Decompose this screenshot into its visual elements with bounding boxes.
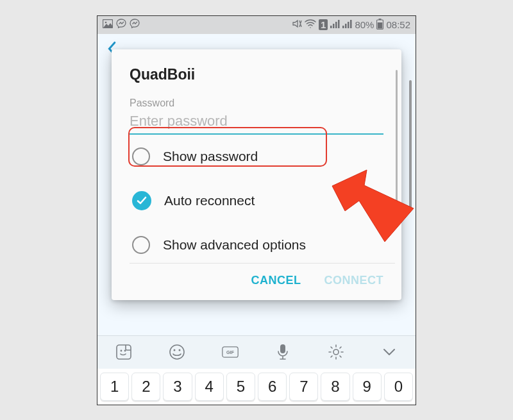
svg-rect-13: [117, 345, 131, 359]
svg-point-22: [333, 349, 339, 355]
wifi-password-dialog: QuadBoii Password Show password Auto rec…: [112, 49, 401, 300]
password-label: Password: [130, 97, 383, 109]
battery-percent: 80%: [355, 19, 374, 30]
cancel-button[interactable]: CANCEL: [251, 274, 301, 287]
svg-point-17: [173, 349, 175, 351]
svg-text:GIF: GIF: [226, 349, 235, 355]
auto-reconnect-toggle[interactable]: [132, 191, 151, 210]
dialog-scrollbar[interactable]: [396, 70, 398, 217]
svg-rect-8: [348, 22, 349, 28]
svg-rect-21: [280, 344, 285, 353]
dialog-title: QuadBoii: [130, 66, 383, 83]
sticker-icon[interactable]: [115, 344, 132, 360]
key-9[interactable]: 9: [353, 373, 382, 401]
messenger-icon-2: [130, 19, 140, 31]
signal-icon: [330, 19, 340, 30]
mute-icon: [292, 19, 302, 31]
svg-rect-12: [378, 22, 382, 29]
key-7[interactable]: 7: [289, 373, 318, 401]
status-bar: 1 80% 08:52: [97, 16, 416, 34]
connect-button[interactable]: CONNECT: [324, 274, 384, 287]
wifi-icon: [305, 19, 316, 30]
svg-rect-5: [338, 20, 340, 28]
key-6[interactable]: 6: [258, 373, 287, 401]
clock-text: 08:52: [386, 19, 410, 30]
phone-frame: 1 80% 08:52 QuadBoii Password: [97, 15, 416, 405]
auto-reconnect-row[interactable]: Auto reconnect: [130, 178, 383, 223]
sim-badge: 1: [319, 19, 328, 30]
show-password-toggle[interactable]: [132, 147, 150, 165]
svg-point-16: [170, 345, 184, 359]
advanced-options-label: Show advanced options: [163, 237, 306, 253]
auto-reconnect-label: Auto reconnect: [164, 193, 255, 208]
svg-point-14: [121, 350, 122, 352]
emoji-icon[interactable]: [169, 344, 185, 360]
show-password-label: Show password: [163, 149, 258, 164]
chevron-down-icon[interactable]: [381, 344, 398, 360]
key-5[interactable]: 5: [226, 373, 255, 401]
svg-point-18: [178, 349, 180, 351]
advanced-options-toggle[interactable]: [132, 236, 150, 254]
svg-rect-2: [330, 26, 332, 28]
svg-rect-9: [350, 20, 352, 28]
show-password-row[interactable]: Show password: [130, 135, 383, 178]
gif-icon[interactable]: GIF: [222, 344, 239, 360]
advanced-options-row[interactable]: Show advanced options: [130, 223, 383, 263]
svg-rect-3: [333, 24, 335, 28]
battery-icon: [376, 19, 383, 31]
keyboard-toolbar: GIF: [97, 335, 416, 369]
key-8[interactable]: 8: [321, 373, 349, 401]
svg-rect-7: [345, 24, 347, 28]
svg-point-15: [124, 350, 126, 352]
keyboard-number-row: 1 2 3 4 5 6 7 8 9 0: [97, 369, 416, 405]
gallery-icon: [103, 19, 113, 30]
signal-icon-2: [342, 19, 352, 30]
key-4[interactable]: 4: [195, 373, 224, 401]
gear-icon[interactable]: [328, 344, 344, 360]
key-3[interactable]: 3: [163, 373, 192, 401]
key-0[interactable]: 0: [384, 373, 413, 401]
svg-rect-6: [342, 26, 344, 28]
mic-icon[interactable]: [274, 344, 291, 360]
background-scrollbar[interactable]: [409, 80, 412, 208]
password-input[interactable]: [130, 112, 383, 135]
key-2[interactable]: 2: [131, 373, 160, 401]
svg-point-1: [105, 22, 107, 24]
messenger-icon: [116, 19, 126, 31]
key-1[interactable]: 1: [100, 373, 129, 401]
svg-rect-4: [335, 22, 337, 28]
